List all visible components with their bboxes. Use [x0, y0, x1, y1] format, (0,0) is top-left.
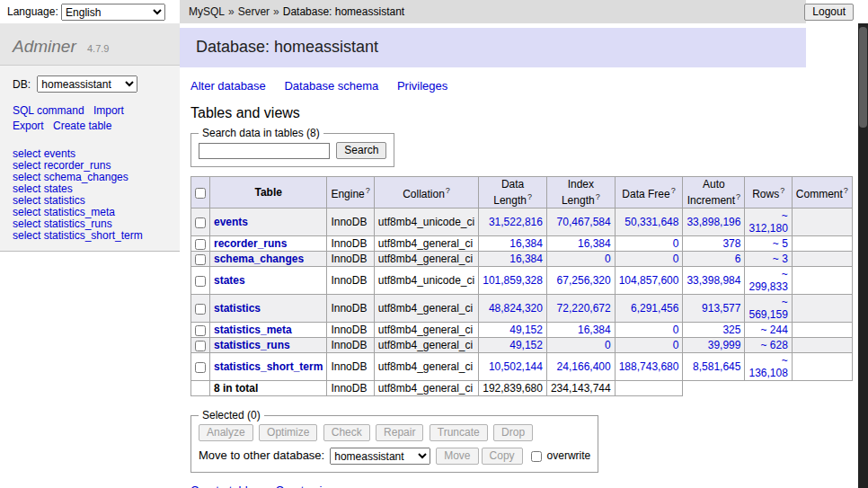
sidebar-item-select-statistics-short-term[interactable]: select statistics_short_term — [13, 229, 143, 242]
sidebar-item-select-statistics-runs[interactable]: select statistics_runs — [13, 217, 112, 230]
data-free-link[interactable]: 188,743,680 — [619, 360, 679, 373]
help-link[interactable]: ? — [366, 186, 370, 195]
truncate-button[interactable]: Truncate — [430, 424, 488, 441]
help-link[interactable]: ? — [671, 186, 676, 195]
sidebar-link-import[interactable]: Import — [93, 104, 124, 117]
drop-button[interactable]: Drop — [493, 424, 533, 441]
help-link[interactable]: ? — [527, 192, 532, 201]
scrollbar-thumb[interactable] — [859, 27, 867, 128]
logout-button[interactable]: Logout — [804, 4, 854, 21]
sidebar-item-select-statistics-meta[interactable]: select statistics_meta — [13, 206, 115, 218]
table-name-link[interactable]: states — [214, 274, 245, 287]
data-length-link[interactable]: 10,502,144 — [489, 360, 543, 373]
auto-increment-link[interactable]: 378 — [722, 237, 740, 250]
sidebar-link-create-table[interactable]: Create table — [53, 120, 111, 132]
move-button[interactable]: Move — [436, 448, 478, 465]
help-link[interactable]: ? — [446, 186, 450, 195]
create-table-link[interactable]: Create table — [190, 484, 254, 488]
table-name-link[interactable]: statistics_short_term — [214, 360, 323, 373]
row-checkbox[interactable] — [195, 325, 206, 336]
overwrite-checkbox[interactable] — [531, 451, 542, 462]
help-link[interactable]: ? — [596, 192, 600, 201]
index-length-link[interactable]: 0 — [605, 253, 611, 265]
table-name-link[interactable]: events — [214, 216, 248, 228]
index-length-link[interactable]: 16,384 — [578, 237, 611, 250]
sidebar-item-select-recorder-runs[interactable]: select recorder_runs — [13, 159, 111, 172]
table-name-link[interactable]: statistics — [214, 302, 261, 315]
index-length-link[interactable]: 0 — [605, 339, 611, 351]
help-link[interactable]: ? — [780, 186, 784, 195]
move-database-select[interactable]: homeassistant — [330, 448, 430, 465]
check-button[interactable]: Check — [323, 424, 370, 441]
sidebar-link-export[interactable]: Export — [13, 120, 44, 132]
data-length-link[interactable]: 49,152 — [509, 324, 543, 336]
sidebar-item-select-statistics[interactable]: select statistics — [13, 194, 85, 207]
repair-button[interactable]: Repair — [376, 424, 423, 441]
table-name-link[interactable]: statistics_meta — [214, 324, 292, 336]
rows-count-link[interactable]: ~ 5 — [773, 237, 788, 250]
rows-count-link[interactable]: ~ 299,833 — [748, 268, 787, 293]
auto-increment-link[interactable]: 39,999 — [708, 339, 741, 351]
index-length-link[interactable]: 24,166,400 — [557, 360, 611, 373]
rows-count-link[interactable]: ~ 312,180 — [748, 209, 787, 235]
row-checkbox[interactable] — [195, 217, 206, 228]
sidebar-link-sql-command[interactable]: SQL command — [13, 104, 84, 117]
help-link[interactable]: ? — [844, 186, 848, 195]
data-length-link[interactable]: 48,824,320 — [489, 302, 543, 315]
scrollbar[interactable] — [858, 23, 868, 488]
database-schema-link[interactable]: Database schema — [284, 79, 378, 93]
sidebar-item-select-states[interactable]: select states — [13, 182, 73, 195]
rows-count-link[interactable]: ~ 244 — [760, 324, 787, 336]
optimize-button[interactable]: Optimize — [259, 424, 317, 441]
alter-database-link[interactable]: Alter database — [190, 79, 266, 93]
sidebar-item-select-events[interactable]: select events — [13, 147, 75, 160]
auto-increment-link[interactable]: 6 — [735, 253, 741, 265]
table-name-link[interactable]: statistics_runs — [214, 339, 290, 351]
rows-count-link[interactable]: ~ 628 — [760, 339, 787, 351]
db-select[interactable]: homeassistant — [37, 75, 137, 93]
help-link[interactable]: ? — [736, 192, 740, 201]
data-free-link[interactable]: 6,291,456 — [631, 302, 678, 315]
data-free-link[interactable]: 0 — [673, 324, 679, 336]
auto-increment-link[interactable]: 8,581,645 — [693, 360, 740, 373]
data-free-link[interactable]: 0 — [673, 237, 679, 250]
auto-increment-link[interactable]: 33,898,196 — [686, 216, 740, 228]
row-checkbox[interactable] — [195, 304, 206, 315]
search-button[interactable]: Search — [336, 142, 386, 159]
row-checkbox[interactable] — [195, 239, 206, 250]
index-length-link[interactable]: 67,256,320 — [557, 274, 611, 287]
rows-count-link[interactable]: ~ 136,108 — [748, 354, 787, 379]
row-checkbox[interactable] — [195, 254, 206, 265]
copy-button[interactable]: Copy — [482, 448, 523, 465]
row-checkbox[interactable] — [195, 341, 206, 351]
table-name-link[interactable]: schema_changes — [214, 253, 304, 265]
data-length-link[interactable]: 16,384 — [509, 253, 543, 265]
breadcrumb-server-link[interactable]: Server — [238, 5, 270, 18]
auto-increment-link[interactable]: 913,577 — [702, 302, 740, 315]
data-free-link[interactable]: 104,857,600 — [619, 274, 679, 287]
breadcrumb-mysql-link[interactable]: MySQL — [189, 5, 225, 18]
index-length-link[interactable]: 70,467,584 — [557, 216, 611, 228]
create-view-link[interactable]: Create view — [275, 484, 337, 488]
row-checkbox[interactable] — [195, 276, 206, 287]
rows-count-link[interactable]: ~ 569,159 — [748, 296, 787, 321]
data-length-link[interactable]: 49,152 — [509, 339, 543, 351]
data-length-link[interactable]: 16,384 — [509, 237, 543, 250]
sidebar-item-select-schema-changes[interactable]: select schema_changes — [13, 171, 128, 183]
data-length-link[interactable]: 101,859,328 — [483, 274, 543, 287]
data-free-link[interactable]: 0 — [673, 339, 679, 351]
index-length-link[interactable]: 72,220,672 — [557, 302, 611, 315]
rows-count-link[interactable]: ~ 3 — [773, 253, 788, 265]
search-input[interactable] — [199, 143, 330, 159]
data-free-link[interactable]: 50,331,648 — [624, 216, 678, 228]
language-select[interactable]: English — [61, 4, 165, 21]
auto-increment-link[interactable]: 325 — [722, 324, 740, 336]
index-length-link[interactable]: 16,384 — [578, 324, 611, 336]
auto-increment-link[interactable]: 33,398,984 — [686, 274, 740, 287]
row-checkbox[interactable] — [195, 362, 206, 373]
analyze-button[interactable]: Analyze — [199, 424, 253, 441]
select-all-checkbox[interactable] — [195, 188, 206, 199]
data-length-link[interactable]: 31,522,816 — [489, 216, 543, 228]
privileges-link[interactable]: Privileges — [397, 79, 447, 93]
data-free-link[interactable]: 0 — [673, 253, 679, 265]
